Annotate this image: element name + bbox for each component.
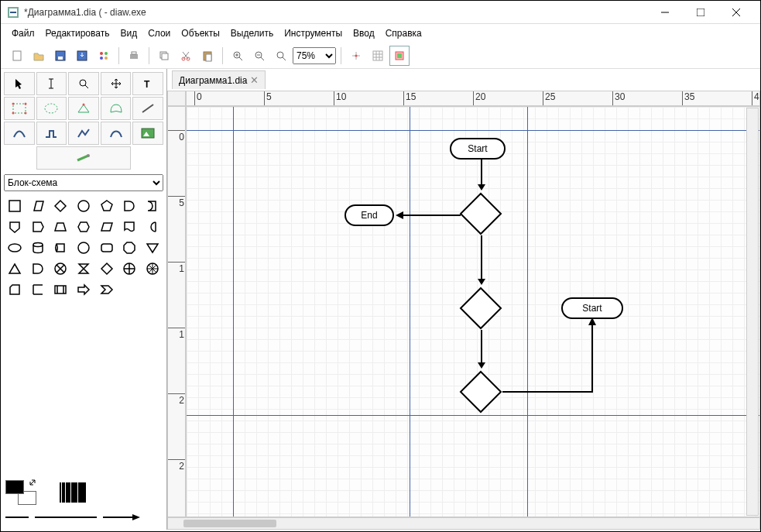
document-tab[interactable]: Диаграмма1.dia ✕ [172, 70, 266, 89]
ruler-horizontal[interactable]: 0 5 10 15 20 25 30 35 40 [186, 91, 760, 106]
shape-circle2[interactable] [73, 238, 95, 258]
shape-parallelogram2[interactable] [95, 217, 118, 237]
connector[interactable] [501, 314, 602, 399]
tool-pointer[interactable] [4, 72, 35, 95]
tool-bezier-closed[interactable] [101, 97, 132, 120]
node-decision3[interactable] [458, 369, 504, 415]
shape-card[interactable] [4, 280, 26, 300]
close-button[interactable] [718, 1, 754, 24]
tool-image[interactable] [132, 122, 163, 145]
shape-shield[interactable] [4, 217, 26, 237]
menu-view[interactable]: Вид [115, 26, 142, 40]
tool-bezier[interactable] [101, 122, 132, 145]
shape-pentagon[interactable] [95, 196, 118, 216]
tab-close-icon[interactable]: ✕ [250, 74, 259, 86]
snap-button[interactable] [346, 46, 366, 66]
shape-square[interactable] [4, 196, 26, 216]
menu-layers[interactable]: Слои [143, 26, 175, 40]
menu-select[interactable]: Выделить [226, 26, 278, 40]
tool-polyline[interactable] [68, 122, 99, 145]
shape-d[interactable] [27, 259, 50, 279]
zoomin-button[interactable] [228, 46, 248, 66]
connector[interactable] [478, 330, 485, 372]
shape-diamond2[interactable] [95, 259, 118, 279]
saveas-button[interactable] [72, 46, 92, 66]
connector[interactable] [478, 235, 485, 289]
menu-edit[interactable]: Редактировать [41, 26, 115, 40]
shape-circle-cross[interactable] [141, 259, 163, 279]
shape-ellipse[interactable] [4, 238, 26, 258]
menu-input[interactable]: Ввод [348, 26, 379, 40]
shape-halfcircle-r[interactable] [118, 196, 141, 216]
new-button[interactable] [7, 46, 27, 66]
guides-button[interactable] [389, 46, 410, 66]
tool-ellipse[interactable] [36, 97, 67, 120]
shape-drum[interactable] [50, 238, 72, 258]
line-width-picker[interactable] [60, 482, 86, 503]
grid-button[interactable] [368, 46, 388, 66]
canvas[interactable]: Start End [186, 106, 760, 517]
shape-hexagon[interactable] [73, 217, 95, 237]
color-swatch[interactable] [5, 480, 36, 505]
shape-hourglass[interactable] [73, 259, 95, 279]
shapeset-select[interactable]: Блок-схема [4, 174, 163, 191]
shape-rect-open[interactable] [27, 280, 50, 300]
minimize-button[interactable] [647, 1, 683, 24]
shape-arrow-r[interactable] [73, 280, 95, 300]
guide-line[interactable] [187, 130, 759, 131]
cut-button[interactable] [176, 46, 196, 66]
connector[interactable] [394, 210, 462, 223]
shape-circle-plus[interactable] [118, 259, 141, 279]
menu-help[interactable]: Справка [381, 26, 427, 40]
shape-chevron[interactable] [95, 280, 118, 300]
tool-box[interactable] [4, 97, 35, 120]
node-start2[interactable]: Start [561, 297, 623, 319]
menu-tools[interactable]: Инструменты [279, 26, 347, 40]
guide-line[interactable] [187, 415, 759, 416]
shape-triangle-up[interactable] [4, 259, 26, 279]
print-button[interactable] [124, 46, 144, 66]
tool-polygon[interactable] [68, 97, 99, 120]
zoomout-button[interactable] [249, 46, 269, 66]
node-start1[interactable]: Start [450, 138, 506, 160]
ruler-vertical[interactable]: 0 5 1 1 2 2 [167, 106, 186, 517]
zoomfit-button[interactable] [271, 46, 291, 66]
tool-move[interactable] [101, 72, 132, 95]
shape-trapezoid[interactable] [50, 217, 72, 237]
zoom-select[interactable]: 75% [293, 47, 336, 64]
shape-document[interactable] [118, 217, 141, 237]
shape-octagon[interactable] [118, 238, 141, 258]
shape-circle-x[interactable] [50, 259, 72, 279]
tool-arc[interactable] [4, 122, 35, 145]
shape-double-rect[interactable] [50, 280, 72, 300]
connector[interactable] [478, 160, 485, 194]
tool-line[interactable] [132, 97, 163, 120]
tool-text[interactable]: T [132, 72, 163, 95]
shape-rounded[interactable] [95, 238, 118, 258]
scrollbar-vertical[interactable] [746, 108, 759, 516]
shape-halfcircle-cut[interactable] [141, 196, 163, 216]
tool-outline[interactable] [36, 146, 132, 170]
paste-button[interactable] [197, 46, 218, 66]
shape-tag[interactable] [27, 217, 50, 237]
tool-zigzag[interactable] [36, 122, 67, 145]
shape-parallelogram[interactable] [27, 196, 50, 216]
guide-line[interactable] [527, 107, 528, 517]
shape-circle[interactable] [73, 196, 95, 216]
shape-diamond[interactable] [50, 196, 72, 216]
node-decision2[interactable] [458, 285, 504, 331]
shape-triangle-down[interactable] [141, 238, 163, 258]
shape-bracket[interactable] [141, 217, 163, 237]
save-button[interactable] [50, 46, 70, 66]
copy-button[interactable] [154, 46, 174, 66]
guide-line[interactable] [410, 107, 410, 517]
node-decision1[interactable] [458, 190, 504, 237]
maximize-button[interactable] [683, 1, 718, 24]
node-end[interactable]: End [345, 204, 394, 226]
export-button[interactable] [94, 46, 114, 66]
tool-text-cursor[interactable] [36, 72, 67, 95]
menu-objects[interactable]: Объекты [177, 26, 225, 40]
line-style-picker[interactable] [5, 510, 162, 525]
open-button[interactable] [29, 46, 49, 66]
tool-magnify[interactable] [68, 72, 99, 95]
